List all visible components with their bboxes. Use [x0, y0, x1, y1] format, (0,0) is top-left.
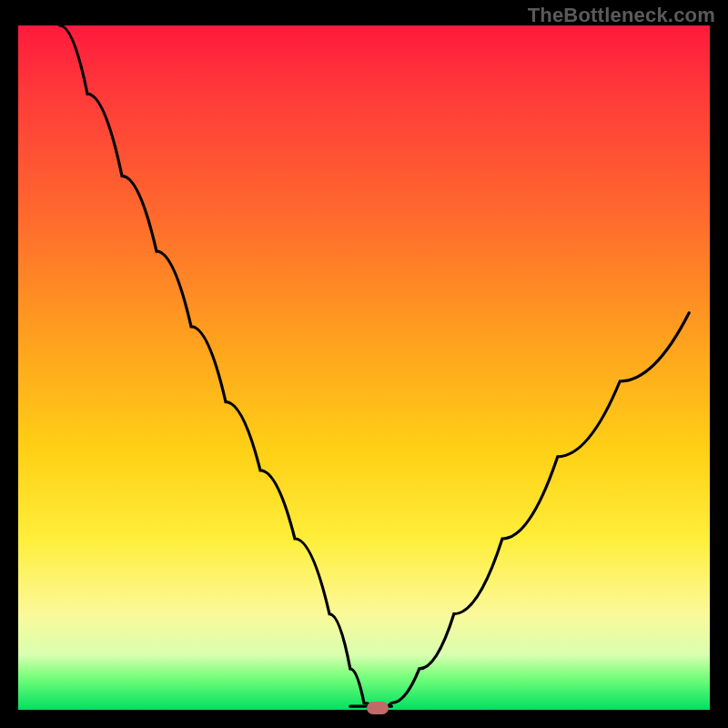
optimum-marker — [367, 702, 389, 714]
chart-frame: TheBottleneck.com — [0, 0, 728, 728]
plot-area — [18, 25, 710, 710]
watermark-text: TheBottleneck.com — [528, 4, 715, 27]
bottleneck-curve — [18, 25, 710, 710]
curve-path — [60, 25, 690, 710]
